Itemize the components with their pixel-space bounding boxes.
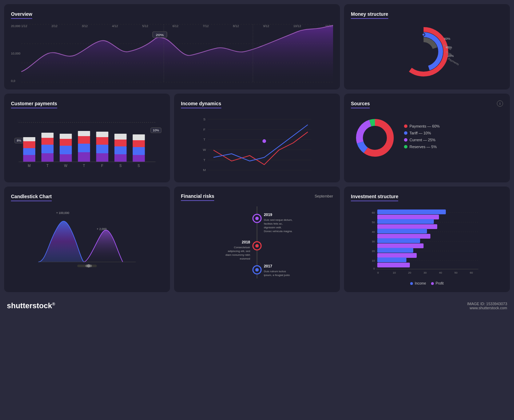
svg-text:20%: 20% bbox=[156, 33, 164, 37]
svg-text:20: 20 bbox=[408, 271, 411, 274]
current-dot bbox=[404, 138, 407, 142]
svg-rect-20 bbox=[23, 148, 36, 155]
svg-text:40: 40 bbox=[372, 230, 375, 233]
svg-rect-119 bbox=[377, 234, 430, 239]
customer-payments-title: Customer payments bbox=[11, 101, 57, 108]
svg-rect-123 bbox=[377, 253, 417, 258]
overview-chart-area: 20% bbox=[21, 24, 333, 83]
income-dynamics-chart: S F T W T M bbox=[181, 114, 333, 176]
reserves-dot bbox=[404, 145, 407, 148]
candlestick-chart: + 100,000 + 2,000 bbox=[11, 207, 163, 268]
income-dynamics-card: Income dynamics S F T W T M bbox=[174, 94, 340, 182]
sources-legend: Payments — 60% Tariff — 10% Current — 25… bbox=[404, 124, 440, 152]
svg-rect-115 bbox=[377, 215, 439, 219]
svg-rect-22 bbox=[23, 137, 36, 141]
svg-text:50: 50 bbox=[372, 221, 375, 224]
svg-text:30: 30 bbox=[424, 271, 427, 274]
svg-point-78 bbox=[87, 264, 90, 267]
svg-rect-36 bbox=[96, 145, 109, 153]
svg-text:T: T bbox=[83, 164, 85, 168]
svg-rect-45 bbox=[133, 140, 145, 147]
svg-rect-24 bbox=[41, 145, 54, 153]
svg-rect-46 bbox=[133, 134, 145, 140]
svg-text:60: 60 bbox=[372, 211, 375, 214]
svg-text:T: T bbox=[204, 137, 206, 141]
candlestick-title: Candlestick Chart bbox=[11, 194, 52, 201]
svg-rect-118 bbox=[377, 229, 427, 233]
shutterstock-logo: shutterstock® bbox=[7, 301, 55, 310]
svg-rect-44 bbox=[133, 147, 145, 155]
svg-rect-30 bbox=[60, 134, 72, 139]
svg-rect-37 bbox=[96, 137, 109, 145]
svg-point-88 bbox=[255, 244, 259, 248]
svg-text:S: S bbox=[138, 164, 140, 168]
svg-rect-25 bbox=[41, 138, 54, 145]
sources-legend-payments: Payments — 60% bbox=[404, 124, 440, 128]
svg-text:50: 50 bbox=[454, 271, 457, 274]
svg-text:Duis rutrum luctus: Duis rutrum luctus bbox=[264, 270, 286, 273]
svg-text:adipiscing elit, sed: adipiscing elit, sed bbox=[228, 250, 250, 253]
sources-info-icon[interactable]: i bbox=[497, 100, 503, 107]
customer-payments-chart: 8% 10% bbox=[11, 114, 163, 176]
image-id: IMAGE ID: 1533943073 www.shutterstock.co… bbox=[467, 302, 507, 310]
svg-rect-113 bbox=[377, 209, 446, 214]
svg-text:T: T bbox=[204, 158, 206, 162]
overview-card: Overview 20,000 10,000 0,0 bbox=[4, 4, 340, 89]
customer-payments-card: Customer payments 8% 10% bbox=[4, 94, 170, 182]
profit-dot bbox=[431, 282, 434, 285]
svg-text:Consectetuer: Consectetuer bbox=[234, 246, 250, 249]
sources-legend-tariff: Tariff — 10% bbox=[404, 131, 440, 135]
sources-card: Sources i Payments — 60% bbox=[344, 94, 510, 182]
sources-legend-reserves: Reserves — 5% bbox=[404, 145, 440, 149]
svg-text:diam nonummy nibh: diam nonummy nibh bbox=[225, 253, 250, 256]
svg-text:0: 0 bbox=[374, 267, 375, 270]
svg-text:dignissim velit.: dignissim velit. bbox=[264, 226, 282, 229]
dashboard-grid: Overview 20,000 10,000 0,0 bbox=[0, 0, 514, 296]
svg-rect-124 bbox=[377, 257, 406, 262]
svg-rect-35 bbox=[96, 153, 109, 162]
svg-rect-125 bbox=[377, 263, 410, 267]
svg-rect-33 bbox=[78, 136, 90, 144]
svg-text:M: M bbox=[203, 168, 206, 172]
svg-point-11 bbox=[422, 33, 425, 36]
svg-text:S: S bbox=[203, 117, 205, 121]
svg-text:S: S bbox=[119, 164, 122, 168]
svg-text:20: 20 bbox=[372, 250, 375, 253]
svg-text:0: 0 bbox=[377, 271, 379, 274]
svg-rect-41 bbox=[114, 140, 127, 146]
money-structure-card: Money structure 60% 45% 20% Income Profi… bbox=[344, 4, 510, 89]
svg-text:30: 30 bbox=[372, 240, 375, 243]
svg-text:T: T bbox=[47, 164, 49, 168]
svg-rect-28 bbox=[60, 146, 72, 154]
investment-structure-title: Investment structure bbox=[351, 194, 398, 201]
svg-rect-39 bbox=[114, 154, 127, 162]
financial-risks-card: Financial risks September 2019 Duis sed … bbox=[174, 187, 340, 292]
investment-legend: Income Profit bbox=[351, 281, 503, 285]
svg-text:40: 40 bbox=[439, 271, 442, 274]
svg-text:F: F bbox=[101, 164, 103, 168]
svg-text:2017: 2017 bbox=[264, 264, 272, 268]
svg-text:Payments: Payments bbox=[448, 57, 460, 66]
svg-rect-32 bbox=[78, 144, 90, 152]
svg-rect-121 bbox=[377, 243, 424, 248]
svg-rect-117 bbox=[377, 224, 437, 229]
svg-text:ipsum, a feugiat justo: ipsum, a feugiat justo bbox=[264, 274, 290, 277]
money-structure-title: Money structure bbox=[351, 11, 388, 19]
svg-text:Donec vehicula magna.: Donec vehicula magna. bbox=[264, 230, 293, 233]
svg-rect-29 bbox=[60, 139, 72, 146]
svg-rect-21 bbox=[23, 141, 36, 148]
svg-point-72 bbox=[365, 128, 384, 147]
svg-rect-40 bbox=[114, 146, 127, 154]
candlestick-card: Candlestick Chart bbox=[4, 187, 170, 292]
svg-rect-116 bbox=[377, 219, 434, 224]
svg-rect-38 bbox=[96, 132, 109, 137]
sources-legend-current: Current — 25% bbox=[404, 138, 440, 142]
svg-text:2019: 2019 bbox=[264, 213, 272, 217]
svg-rect-27 bbox=[60, 154, 72, 162]
svg-point-10 bbox=[412, 40, 436, 64]
svg-text:10: 10 bbox=[393, 271, 396, 274]
svg-rect-43 bbox=[133, 155, 145, 162]
svg-text:W: W bbox=[64, 164, 68, 168]
svg-text:F: F bbox=[204, 128, 206, 131]
svg-rect-23 bbox=[41, 153, 54, 162]
